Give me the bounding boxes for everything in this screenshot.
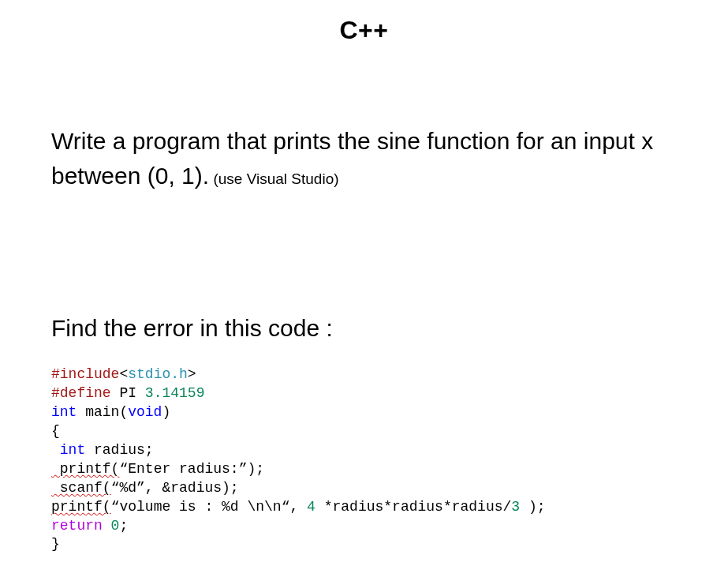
question-1-note: (use Visual Studio): [209, 170, 338, 187]
code-semi: ;: [119, 518, 128, 534]
code-number-four: 4: [307, 499, 315, 515]
code-gt: >: [188, 366, 196, 382]
code-define-keyword: #define: [51, 385, 111, 401]
code-string-3a: “volume is : %d \n\n“,: [111, 499, 307, 515]
code-string-1: “Enter radius:”);: [119, 461, 264, 477]
code-int-type: int: [51, 404, 77, 420]
question-2: Find the error in this code :: [51, 315, 677, 342]
code-define-name: PI: [111, 385, 145, 401]
code-void-type: void: [128, 404, 162, 420]
question-1: Write a program that prints the sine fun…: [51, 124, 677, 193]
code-lt: <: [119, 366, 128, 382]
page-title: C++: [51, 16, 677, 45]
code-printf-error-1: printf(: [51, 461, 119, 477]
code-brace-open: {: [51, 423, 60, 439]
code-expr-mid: *radius*radius*radius/: [315, 499, 511, 515]
code-return: return: [51, 518, 103, 534]
code-header-name: stdio.h: [128, 366, 188, 382]
code-int-type-2: int: [51, 442, 85, 458]
code-include-keyword: #include: [51, 366, 119, 382]
code-define-value: 3.14159: [145, 385, 205, 401]
code-printf-error-2: printf(: [51, 499, 111, 515]
code-expr-end: );: [520, 499, 545, 515]
code-radius-decl: radius;: [85, 442, 153, 458]
question-1-main: Write a program that prints the sine fun…: [51, 128, 653, 189]
code-number-three: 3: [511, 499, 520, 515]
code-scanf-error: scanf(: [51, 480, 111, 496]
code-main: main(: [77, 404, 128, 420]
code-string-2: “%d”, &radius);: [111, 480, 239, 496]
code-block: #include<stdio.h> #define PI 3.14159 int…: [51, 365, 677, 554]
code-brace-close: }: [51, 536, 60, 552]
code-paren-close: ): [162, 404, 170, 420]
code-zero: 0: [103, 518, 120, 534]
